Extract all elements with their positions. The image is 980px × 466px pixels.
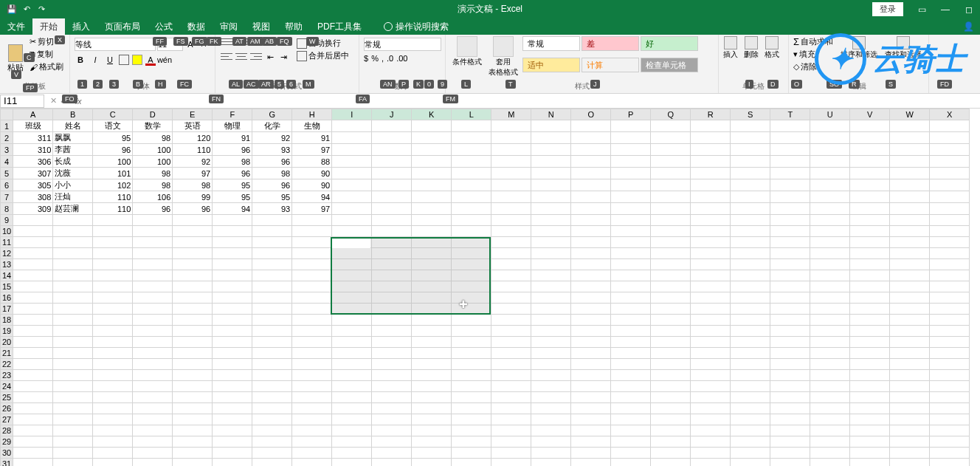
cell[interactable] xyxy=(93,370,133,381)
minimize-icon[interactable]: — xyxy=(934,1,956,18)
cell[interactable] xyxy=(770,259,810,270)
row-header[interactable]: 18 xyxy=(1,315,13,326)
copy-button[interactable]: ⧉复制 xyxy=(30,49,63,60)
cell[interactable] xyxy=(571,203,611,215)
number-format-select[interactable] xyxy=(364,38,441,51)
cell[interactable] xyxy=(213,315,252,326)
cell[interactable] xyxy=(531,315,571,326)
cell[interactable] xyxy=(412,403,452,414)
row-header[interactable]: 20 xyxy=(1,337,13,348)
row-header[interactable]: 25 xyxy=(1,392,13,403)
cell[interactable] xyxy=(412,370,452,381)
cell[interactable] xyxy=(651,326,691,337)
format-cells-button[interactable]: 格式 xyxy=(765,36,779,60)
cell[interactable] xyxy=(53,315,93,326)
cell[interactable] xyxy=(770,403,810,414)
cell[interactable] xyxy=(571,270,611,281)
cell[interactable] xyxy=(531,425,571,436)
cell[interactable] xyxy=(731,120,770,132)
merge-center-button[interactable]: 合并后居中 xyxy=(297,50,349,61)
cell[interactable]: 102 xyxy=(93,179,133,191)
column-header[interactable]: W xyxy=(890,109,930,120)
cell[interactable] xyxy=(731,259,770,270)
cell[interactable] xyxy=(372,144,412,156)
cell[interactable] xyxy=(850,448,890,459)
decrease-indent-button[interactable]: ⇤ xyxy=(264,51,276,63)
increase-decimal-button[interactable]: .0 xyxy=(387,54,393,63)
cell[interactable]: 98 xyxy=(213,156,252,168)
cell[interactable] xyxy=(611,304,651,315)
cell[interactable] xyxy=(850,237,890,248)
cell[interactable] xyxy=(213,326,252,337)
cell[interactable] xyxy=(133,315,173,326)
cell[interactable]: 长成 xyxy=(53,156,93,168)
row-header[interactable]: 10 xyxy=(1,226,13,237)
cell[interactable] xyxy=(691,168,731,179)
row-header[interactable]: 28 xyxy=(1,425,13,436)
cell[interactable] xyxy=(571,156,611,168)
row-header[interactable]: 27 xyxy=(1,414,13,425)
cell[interactable] xyxy=(332,425,372,436)
cell[interactable] xyxy=(691,381,731,392)
cell[interactable] xyxy=(531,270,571,281)
cell[interactable] xyxy=(531,381,571,392)
cell[interactable] xyxy=(252,215,292,226)
cell[interactable] xyxy=(53,436,93,448)
cell[interactable] xyxy=(611,120,651,132)
cell[interactable] xyxy=(372,120,412,132)
cell[interactable] xyxy=(731,248,770,259)
cell[interactable] xyxy=(332,326,372,337)
maximize-icon[interactable]: ◻ xyxy=(958,1,980,18)
cell[interactable] xyxy=(930,448,970,459)
cell[interactable] xyxy=(372,203,412,215)
cell[interactable]: 98 xyxy=(133,179,173,191)
cell[interactable] xyxy=(890,414,930,425)
cell[interactable] xyxy=(53,370,93,381)
cell[interactable] xyxy=(452,448,491,459)
cell[interactable]: 93 xyxy=(252,144,292,156)
cell[interactable]: 100 xyxy=(133,156,173,168)
cell[interactable]: 110 xyxy=(173,144,213,156)
spreadsheet-grid[interactable]: ABCDEFGHIJKLMNOPQRSTUVWX1班级姓名语文数学英语物理化学生… xyxy=(0,109,980,466)
cell[interactable] xyxy=(491,359,531,370)
cell[interactable] xyxy=(133,436,173,448)
row-header[interactable]: 14 xyxy=(1,270,13,281)
cell[interactable] xyxy=(332,144,372,156)
cell[interactable] xyxy=(850,436,890,448)
column-header[interactable]: L xyxy=(452,109,491,120)
cell[interactable] xyxy=(651,459,691,467)
cell[interactable] xyxy=(731,403,770,414)
cell[interactable] xyxy=(611,248,651,259)
cell[interactable] xyxy=(850,459,890,467)
cell[interactable] xyxy=(691,292,731,304)
cell[interactable] xyxy=(571,304,611,315)
cell[interactable] xyxy=(890,403,930,414)
cell[interactable] xyxy=(531,191,571,203)
increase-indent-button[interactable]: ⇥ xyxy=(277,51,289,63)
cell[interactable] xyxy=(372,425,412,436)
row-header[interactable]: 31 xyxy=(1,459,13,467)
cell[interactable] xyxy=(491,248,531,259)
row-header[interactable]: 6 xyxy=(1,179,13,191)
cell[interactable] xyxy=(691,448,731,459)
cell[interactable] xyxy=(571,381,611,392)
cell[interactable] xyxy=(292,248,332,259)
cell[interactable] xyxy=(810,237,850,248)
cell[interactable] xyxy=(691,191,731,203)
cell[interactable]: 姓名 xyxy=(53,120,93,132)
cell[interactable] xyxy=(731,203,770,215)
cell[interactable] xyxy=(53,215,93,226)
cell[interactable] xyxy=(731,156,770,168)
cell[interactable] xyxy=(133,226,173,237)
cell[interactable] xyxy=(571,144,611,156)
cell[interactable]: 98 xyxy=(252,168,292,179)
cell[interactable] xyxy=(372,215,412,226)
cell[interactable] xyxy=(332,259,372,270)
cell[interactable] xyxy=(332,337,372,348)
column-header[interactable]: A xyxy=(13,109,53,120)
cell[interactable] xyxy=(292,436,332,448)
cell[interactable] xyxy=(890,144,930,156)
cell[interactable] xyxy=(890,304,930,315)
cell[interactable] xyxy=(731,414,770,425)
cell[interactable]: 98 xyxy=(133,132,173,144)
